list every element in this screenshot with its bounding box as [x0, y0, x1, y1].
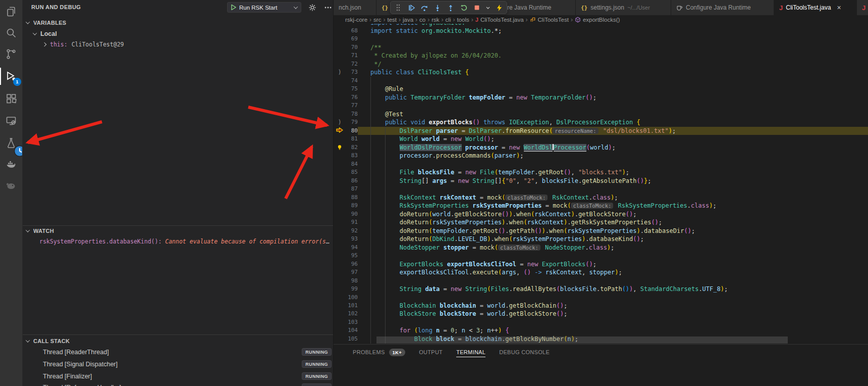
code-line-text[interactable]: public TemporaryFolder tempFolder = new …	[358, 93, 868, 102]
code-line-text[interactable]: doReturn(rskSystemProperties).when(rskCo…	[358, 218, 868, 226]
variables-section-header[interactable]: VARIABLES	[23, 18, 333, 27]
extensions-icon[interactable]	[0, 88, 22, 109]
line-number[interactable]: 87	[346, 185, 358, 193]
editor-tab[interactable]: nch.json	[334, 0, 376, 15]
code-line-text[interactable]: World world = new World();	[358, 135, 868, 143]
docker-whale-icon[interactable]	[0, 154, 22, 175]
line-number[interactable]: 99	[346, 285, 358, 293]
close-icon[interactable]: ×	[837, 4, 841, 11]
code-line-text[interactable]	[358, 35, 868, 43]
code-line-text[interactable]	[358, 160, 868, 168]
code-line-text[interactable]: public void exportBlocks() throws IOExce…	[358, 118, 868, 126]
restart-icon[interactable]	[459, 3, 468, 12]
code-line-text[interactable]: BlockStore blockStore = world.getBlockSt…	[358, 310, 868, 318]
line-number[interactable]: 77	[346, 102, 358, 110]
step-over-icon[interactable]	[420, 3, 429, 12]
line-number[interactable]: 70	[346, 43, 358, 52]
hot-code-replace-icon[interactable]	[495, 3, 504, 12]
line-number[interactable]: 86	[346, 177, 358, 185]
launch-config-dropdown[interactable]: Run RSK Start	[227, 2, 301, 13]
code-line-text[interactable]: File blocksFile = new File(tempFolder.ge…	[358, 168, 868, 176]
call-stack-thread-row[interactable]: Thread [ReaderThread]RUNNING	[23, 348, 333, 357]
code-line-text[interactable]: Blockchain blockchain = world.getBlockCh…	[358, 302, 868, 310]
breadcrumb-item[interactable]: tools	[457, 17, 469, 23]
line-number[interactable]: 96	[346, 260, 358, 268]
line-number[interactable]: 89	[346, 202, 358, 210]
breadcrumb-item[interactable]: JCliToolsTest.java	[475, 17, 524, 23]
code-line-text[interactable]: processor.processCommands(parser);	[358, 152, 868, 160]
code-line-text[interactable]: NodeStopper stopper = mock(classToMock: …	[358, 244, 868, 252]
breadcrumb-item[interactable]: rsk	[431, 17, 439, 23]
step-into-icon[interactable]	[433, 3, 442, 12]
line-number[interactable]: 76	[346, 93, 358, 102]
lightbulb-icon[interactable]	[337, 144, 343, 151]
code-line-text[interactable]: doReturn(tempFolder.getRoot().getPath())…	[358, 227, 868, 235]
panel-tab-terminal[interactable]: TERMINAL	[456, 349, 485, 357]
line-number[interactable]: 74	[346, 77, 358, 85]
code-line-text[interactable]	[358, 294, 868, 302]
line-number[interactable]: 69	[346, 35, 358, 43]
code-line-text[interactable]: /**	[358, 43, 868, 52]
line-number[interactable]: 102	[346, 310, 358, 318]
line-number[interactable]: 91	[346, 218, 358, 226]
line-number[interactable]: 84	[346, 160, 358, 168]
code-line-text[interactable]: @Rule	[358, 85, 868, 93]
code-line-text[interactable]: */	[358, 60, 868, 68]
testing-flask-icon[interactable]	[0, 132, 22, 154]
line-number[interactable]: 92	[346, 227, 358, 235]
code-line-text[interactable]: public class CliToolsTest {	[358, 68, 868, 76]
editor-tab[interactable]: JCliToolsTest.java×	[774, 0, 857, 15]
line-number[interactable]: 82	[346, 143, 358, 152]
code-line-text[interactable]: WorldDslProcessor processor = new WorldD…	[358, 143, 868, 152]
code-line-text[interactable]: ExportBlocks exportBlocksCliTool = new E…	[358, 260, 868, 268]
drag-handle-icon[interactable]	[394, 3, 403, 12]
variable-this-row[interactable]: this: CliToolsTest@29	[23, 40, 333, 49]
code-line-text[interactable]: @Test	[358, 110, 868, 118]
step-out-icon[interactable]	[446, 3, 455, 12]
variables-scope-local[interactable]: Local	[23, 29, 333, 38]
line-number[interactable]: 73	[346, 68, 358, 76]
line-number[interactable]: 83	[346, 152, 358, 160]
line-number[interactable]: 75	[346, 85, 358, 93]
code-line-text[interactable]	[358, 252, 868, 260]
line-number[interactable]: 79	[346, 118, 358, 126]
breadcrumb-item[interactable]: CliToolsTest	[530, 17, 569, 23]
explorer-icon[interactable]	[0, 1, 22, 22]
editor-tab[interactable]: J	[857, 0, 868, 15]
call-stack-thread-row[interactable]: Thread [Reference Handler]RUNNING	[23, 383, 333, 386]
breadcrumb-item[interactable]: co	[419, 17, 425, 23]
stop-icon[interactable]	[472, 3, 481, 12]
source-control-icon[interactable]	[0, 43, 22, 65]
run-and-debug-icon[interactable]: 1	[0, 66, 22, 87]
breadcrumb-item[interactable]: exportBlocks()	[575, 17, 620, 23]
code-line-text[interactable]: import static org.mockito.Mockito.*;	[358, 27, 868, 35]
line-number[interactable]: 100	[346, 294, 358, 302]
line-number[interactable]: 80	[346, 127, 358, 135]
line-number[interactable]: 78	[346, 110, 358, 118]
line-number[interactable]: 71	[346, 52, 358, 60]
line-number[interactable]: 81	[346, 135, 358, 143]
line-number[interactable]: 101	[346, 302, 358, 310]
code-line-text[interactable]: for (long n = 0; n < 3; n++) {	[358, 326, 868, 334]
gradle-elephant-icon[interactable]	[0, 175, 22, 196]
code-line-text[interactable]	[358, 102, 868, 110]
line-number[interactable]: 98	[346, 277, 358, 285]
line-number[interactable]: 93	[346, 235, 358, 243]
continue-icon[interactable]	[407, 3, 416, 12]
code-line-text[interactable]: String[] args = new String[]{"0", "2", b…	[358, 177, 868, 185]
line-number[interactable]: 88	[346, 194, 358, 202]
code-line-text[interactable]: DslParser parser = DslParser.fromResourc…	[358, 127, 868, 135]
breadcrumb-item[interactable]: cli	[446, 17, 451, 23]
watch-expression-row[interactable]: rskSystemProperties.databaseKind(): Cann…	[39, 238, 330, 245]
line-number[interactable]: 97	[346, 268, 358, 276]
watch-section-header[interactable]: WATCH	[23, 226, 333, 235]
line-number[interactable]: 90	[346, 210, 358, 218]
breadcrumb-item[interactable]: test	[387, 17, 397, 23]
line-number[interactable]: 103	[346, 318, 358, 326]
code-line-text[interactable]	[358, 318, 868, 326]
code-line-text[interactable]: exportBlocksCliTool.execute(args, () -> …	[358, 268, 868, 276]
breadcrumb-item[interactable]: rskj-core	[345, 17, 367, 23]
search-icon[interactable]	[0, 22, 22, 43]
code-line-text[interactable]: RskSystemProperties rskSystemProperties …	[358, 202, 868, 210]
code-line-text[interactable]: * Created by ajlopez on 26/04/2020.	[358, 52, 868, 60]
